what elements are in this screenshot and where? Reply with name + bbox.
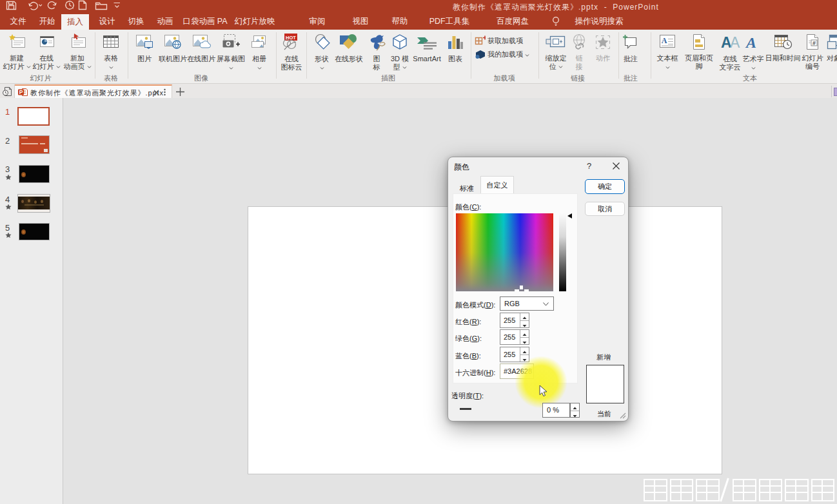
svg-text:P: P	[19, 89, 23, 95]
svg-text:#: #	[812, 40, 816, 46]
svg-text:A: A	[745, 34, 756, 51]
svg-text:A: A	[662, 36, 667, 45]
svg-text:A: A	[730, 34, 740, 51]
